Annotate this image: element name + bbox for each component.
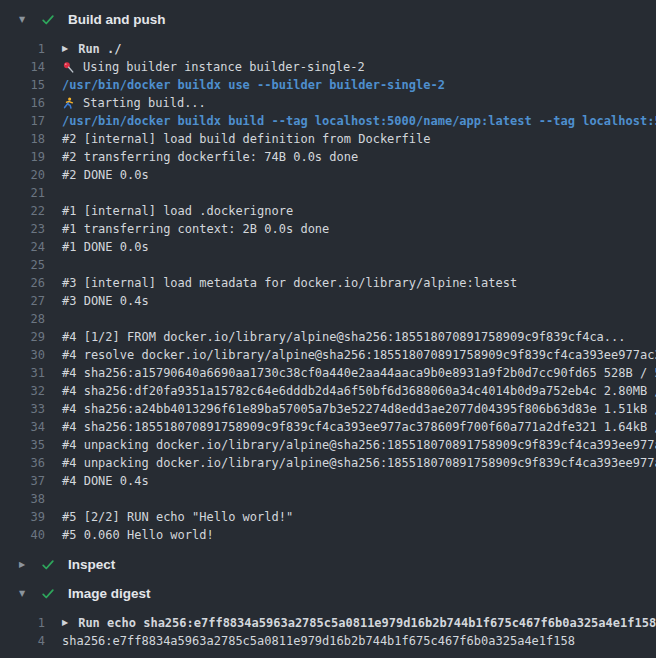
line-number[interactable]: 31 xyxy=(0,364,45,382)
line-number[interactable]: 35 xyxy=(0,436,45,454)
step-group: ▶ Inspect xyxy=(0,550,656,579)
log-viewer: ▼ Build and push 1 ▶ Run ./ 14 Using bui… xyxy=(0,5,656,656)
chevron-icon[interactable]: ▶ xyxy=(19,561,29,569)
group-body: 1 ▶ Run echo sha256:e7ff8834a5963a2785c5… xyxy=(0,608,656,656)
line-text: #3 [internal] load metadata for docker.i… xyxy=(62,274,517,292)
check-success-icon xyxy=(41,587,55,601)
line-number[interactable]: 33 xyxy=(0,400,45,418)
line-number[interactable]: 20 xyxy=(0,166,45,184)
line-number[interactable]: 39 xyxy=(0,508,45,526)
line-number[interactable]: 29 xyxy=(0,328,45,346)
line-number[interactable]: 14 xyxy=(0,58,45,76)
line-text: Run ./ xyxy=(78,40,121,58)
line-text: #4 unpacking docker.io/library/alpine@sh… xyxy=(62,454,656,472)
line-number[interactable]: 24 xyxy=(0,238,45,256)
line-text: #5 0.060 Hello world! xyxy=(62,526,214,544)
log-line: 31 #4 sha256:a15790640a6690aa1730c38cf0a… xyxy=(0,364,656,382)
group-header-image-digest[interactable]: ▼ Image digest xyxy=(0,579,656,608)
log-line: 29 #4 [1/2] FROM docker.io/library/alpin… xyxy=(0,328,656,346)
check-success-icon xyxy=(41,558,55,572)
log-line: 22 #1 [internal] load .dockerignore xyxy=(0,202,656,220)
expand-arrow-icon[interactable]: ▶ xyxy=(62,614,68,632)
log-line: 32 #4 sha256:df20fa9351a15782c64e6dddb2d… xyxy=(0,382,656,400)
line-text: #4 sha256:a15790640a6690aa1730c38cf0a440… xyxy=(62,364,656,382)
line-number[interactable]: 37 xyxy=(0,472,45,490)
log-line: 19 #2 transferring dockerfile: 74B 0.0s … xyxy=(0,148,656,166)
log-line: 14 Using builder instance builder-single… xyxy=(0,58,656,76)
step-group: ▼ Build and push 1 ▶ Run ./ 14 Using bui… xyxy=(0,5,656,550)
line-number[interactable]: 38 xyxy=(0,490,45,508)
expand-arrow-icon[interactable]: ▶ xyxy=(62,40,68,58)
line-number[interactable]: 30 xyxy=(0,346,45,364)
line-number[interactable]: 36 xyxy=(0,454,45,472)
line-text: #4 [1/2] FROM docker.io/library/alpine@s… xyxy=(62,328,626,346)
line-text: #2 [internal] load build definition from… xyxy=(62,130,430,148)
line-number[interactable]: 28 xyxy=(0,310,45,328)
line-number[interactable]: 4 xyxy=(0,632,45,650)
log-line: 18 #2 [internal] load build definition f… xyxy=(0,130,656,148)
line-number[interactable]: 25 xyxy=(0,256,45,274)
log-line: 25 xyxy=(0,256,656,274)
log-line: 30 #4 resolve docker.io/library/alpine@s… xyxy=(0,346,656,364)
check-success-icon xyxy=(41,13,55,27)
log-line: 17 /usr/bin/docker buildx build --tag lo… xyxy=(0,112,656,130)
group-title: Build and push xyxy=(68,12,166,27)
line-number[interactable]: 27 xyxy=(0,292,45,310)
log-line: 28 xyxy=(0,310,656,328)
log-line: 15 /usr/bin/docker buildx use --builder … xyxy=(0,76,656,94)
log-line: 37 #4 DONE 0.4s xyxy=(0,472,656,490)
line-text: #4 sha256:df20fa9351a15782c64e6dddb2d4a6… xyxy=(62,382,656,400)
log-line: 1 ▶ Run ./ xyxy=(0,40,656,58)
line-number[interactable]: 19 xyxy=(0,148,45,166)
line-text: #5 [2/2] RUN echo "Hello world!" xyxy=(62,508,293,526)
line-text: #1 [internal] load .dockerignore xyxy=(62,202,293,220)
log-line: 24 #1 DONE 0.0s xyxy=(0,238,656,256)
group-title: Image digest xyxy=(68,586,151,601)
line-number[interactable]: 23 xyxy=(0,220,45,238)
log-line: 40 #5 0.060 Hello world! xyxy=(0,526,656,544)
log-line: 26 #3 [internal] load metadata for docke… xyxy=(0,274,656,292)
line-text: #1 DONE 0.0s xyxy=(62,238,149,256)
chevron-icon[interactable]: ▼ xyxy=(19,590,29,598)
log-line: 39 #5 [2/2] RUN echo "Hello world!" xyxy=(0,508,656,526)
line-number[interactable]: 34 xyxy=(0,418,45,436)
log-line: 4 sha256:e7ff8834a5963a2785c5a0811e979d1… xyxy=(0,632,656,650)
log-line: 36 #4 unpacking docker.io/library/alpine… xyxy=(0,454,656,472)
line-text: #2 transferring dockerfile: 74B 0.0s don… xyxy=(62,148,358,166)
line-number[interactable]: 32 xyxy=(0,382,45,400)
line-text: /usr/bin/docker buildx use --builder bui… xyxy=(62,76,445,94)
line-number[interactable]: 40 xyxy=(0,526,45,544)
line-number[interactable]: 18 xyxy=(0,130,45,148)
line-number[interactable]: 21 xyxy=(0,184,45,202)
log-line: 38 xyxy=(0,490,656,508)
line-text: #3 DONE 0.4s xyxy=(62,292,149,310)
line-text: /usr/bin/docker buildx build --tag local… xyxy=(62,112,656,130)
line-number[interactable]: 15 xyxy=(0,76,45,94)
group-title: Inspect xyxy=(68,557,115,572)
line-text: #4 sha256:185518070891758909c9f839cf4ca3… xyxy=(62,418,656,436)
runner-icon xyxy=(62,97,75,110)
line-number[interactable]: 1 xyxy=(0,614,45,632)
log-line: 23 #1 transferring context: 2B 0.0s done xyxy=(0,220,656,238)
group-header-inspect[interactable]: ▶ Inspect xyxy=(0,550,656,579)
line-text: #4 sha256:a24bb4013296f61e89ba57005a7b3e… xyxy=(62,400,656,418)
line-number[interactable]: 1 xyxy=(0,40,45,58)
line-text: #2 DONE 0.0s xyxy=(62,166,149,184)
line-text: #4 resolve docker.io/library/alpine@sha2… xyxy=(62,346,656,364)
log-line: 1 ▶ Run echo sha256:e7ff8834a5963a2785c5… xyxy=(0,614,656,632)
chevron-icon[interactable]: ▼ xyxy=(19,16,29,24)
line-text: #1 transferring context: 2B 0.0s done xyxy=(62,220,329,238)
line-number[interactable]: 22 xyxy=(0,202,45,220)
line-text: #4 unpacking docker.io/library/alpine@sh… xyxy=(62,436,656,454)
log-line: 33 #4 sha256:a24bb4013296f61e89ba57005a7… xyxy=(0,400,656,418)
line-number[interactable]: 26 xyxy=(0,274,45,292)
group-header-build-and-push[interactable]: ▼ Build and push xyxy=(0,5,656,34)
step-group: ▼ Image digest 1 ▶ Run echo sha256:e7ff8… xyxy=(0,579,656,656)
log-line: 21 xyxy=(0,184,656,202)
pushpin-icon xyxy=(62,61,75,74)
line-number[interactable]: 16 xyxy=(0,94,45,112)
log-line: 35 #4 unpacking docker.io/library/alpine… xyxy=(0,436,656,454)
line-text: Using builder instance builder-single-2 xyxy=(83,58,365,76)
log-line: 20 #2 DONE 0.0s xyxy=(0,166,656,184)
line-number[interactable]: 17 xyxy=(0,112,45,130)
